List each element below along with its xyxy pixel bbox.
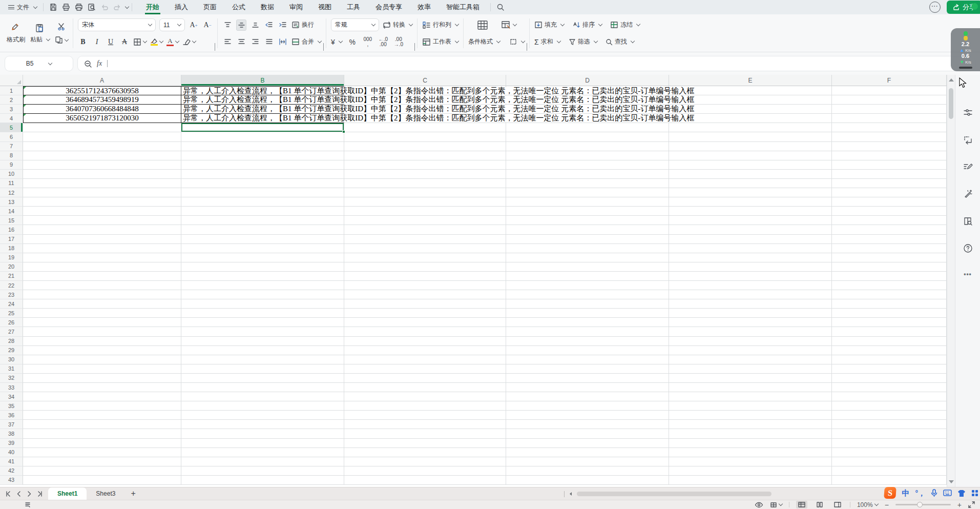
network-monitor-widget[interactable]: 2.2 ▲K/s 0.6 ▼K/s	[951, 28, 980, 71]
cell-F22[interactable]	[832, 281, 947, 290]
cell-C34[interactable]	[344, 392, 506, 401]
save-button[interactable]	[47, 2, 59, 13]
cell-D24[interactable]	[506, 299, 669, 309]
scroll-down-arrow[interactable]	[949, 480, 954, 483]
cell-B6[interactable]	[181, 132, 344, 141]
cell-C41[interactable]	[344, 457, 506, 466]
cell-A41[interactable]	[23, 457, 181, 466]
row-header-26[interactable]: 26	[0, 318, 23, 327]
cell-A16[interactable]	[23, 225, 181, 234]
justify-button[interactable]	[264, 36, 274, 48]
cell-F18[interactable]	[832, 244, 947, 253]
cell-D19[interactable]	[506, 253, 669, 262]
cell-A13[interactable]	[23, 197, 181, 207]
cell-D41[interactable]	[506, 457, 669, 466]
row-header-5[interactable]: 5	[0, 123, 23, 132]
cell-F2[interactable]	[832, 95, 947, 105]
row-header-16[interactable]: 16	[0, 225, 23, 234]
search-icon[interactable]	[494, 2, 507, 13]
cell-A32[interactable]	[23, 374, 181, 383]
cell-E29[interactable]	[669, 346, 832, 355]
zoom-slider-knob[interactable]	[917, 502, 923, 507]
cell-A12[interactable]	[23, 188, 181, 197]
cell-A28[interactable]	[23, 337, 181, 346]
cell-C10[interactable]	[344, 170, 506, 179]
percent-format-button[interactable]: %	[347, 36, 358, 48]
file-menu[interactable]: 文件	[5, 1, 40, 13]
cell-D37[interactable]	[506, 420, 669, 429]
cell-A19[interactable]	[23, 253, 181, 262]
cell-E28[interactable]	[669, 337, 832, 346]
row-header-6[interactable]: 6	[0, 132, 23, 141]
cell-E18[interactable]	[669, 244, 832, 253]
cell-A11[interactable]	[23, 179, 181, 188]
widget-handle[interactable]	[959, 67, 972, 69]
cell-F17[interactable]	[832, 235, 947, 244]
cell-D28[interactable]	[506, 337, 669, 346]
cell-A17[interactable]	[23, 235, 181, 244]
fill-button[interactable]: 填充	[534, 21, 564, 29]
cell-E22[interactable]	[669, 281, 832, 290]
cell-E42[interactable]	[669, 466, 832, 476]
cell-A33[interactable]	[23, 383, 181, 392]
cell-D31[interactable]	[506, 364, 669, 374]
cell-B25[interactable]	[181, 309, 344, 318]
cell-A29[interactable]	[23, 346, 181, 355]
cell-F38[interactable]	[832, 429, 947, 438]
last-sheet-icon[interactable]	[37, 491, 43, 497]
fill-handle[interactable]	[342, 130, 345, 133]
cell-E43[interactable]	[669, 476, 832, 485]
cell-D11[interactable]	[506, 179, 669, 188]
cell-A26[interactable]	[23, 318, 181, 327]
row-header-10[interactable]: 10	[0, 170, 23, 179]
cell-F5[interactable]	[832, 123, 947, 132]
cell-B11[interactable]	[181, 179, 344, 188]
cell-F36[interactable]	[832, 411, 947, 420]
cell-B12[interactable]	[181, 188, 344, 197]
sort-button[interactable]: 排序	[572, 21, 602, 29]
cell-D20[interactable]	[506, 262, 669, 272]
cell-D5[interactable]	[506, 123, 669, 132]
cell-D8[interactable]	[506, 151, 669, 160]
row-header-29[interactable]: 29	[0, 346, 23, 355]
cell-D40[interactable]	[506, 448, 669, 457]
cell-A15[interactable]	[23, 216, 181, 225]
cell-A37[interactable]	[23, 420, 181, 429]
cell-C6[interactable]	[344, 132, 506, 141]
column-header-D[interactable]: D	[506, 75, 669, 86]
cell-D17[interactable]	[506, 235, 669, 244]
row-header-41[interactable]: 41	[0, 457, 23, 466]
cell-E39[interactable]	[669, 439, 832, 448]
quick-access-more-icon[interactable]	[125, 4, 129, 8]
align-right-button[interactable]	[250, 36, 260, 48]
cell-E35[interactable]	[669, 401, 832, 411]
cell-F21[interactable]	[832, 272, 947, 281]
merge-cells-button[interactable]: 合并	[291, 37, 321, 46]
cell-F16[interactable]	[832, 225, 947, 234]
cell-B39[interactable]	[181, 439, 344, 448]
cell-C14[interactable]	[344, 207, 506, 216]
cell-B26[interactable]	[181, 318, 344, 327]
column-header-E[interactable]: E	[669, 75, 832, 86]
cell-F7[interactable]	[832, 142, 947, 151]
ime-toolbox-icon[interactable]	[971, 490, 978, 497]
cell-E6[interactable]	[669, 132, 832, 141]
cut-button[interactable]	[55, 21, 68, 32]
cell-style-button[interactable]	[501, 19, 516, 31]
cell-D23[interactable]	[506, 290, 669, 299]
cell-B27[interactable]	[181, 327, 344, 336]
cell-F14[interactable]	[832, 207, 947, 216]
cell-C27[interactable]	[344, 327, 506, 336]
sidebar-more-icon[interactable]: •••	[964, 271, 972, 278]
cell-E34[interactable]	[669, 392, 832, 401]
cell-C29[interactable]	[344, 346, 506, 355]
cell-C16[interactable]	[344, 225, 506, 234]
print-button[interactable]	[72, 2, 85, 13]
row-header-18[interactable]: 18	[0, 244, 23, 253]
cell-F30[interactable]	[832, 355, 947, 364]
row-header-17[interactable]: 17	[0, 235, 23, 244]
row-header-42[interactable]: 42	[0, 466, 23, 476]
cell-D30[interactable]	[506, 355, 669, 364]
decrease-font-button[interactable]: A−	[202, 19, 213, 31]
more-options-button[interactable]: ···	[929, 2, 941, 13]
